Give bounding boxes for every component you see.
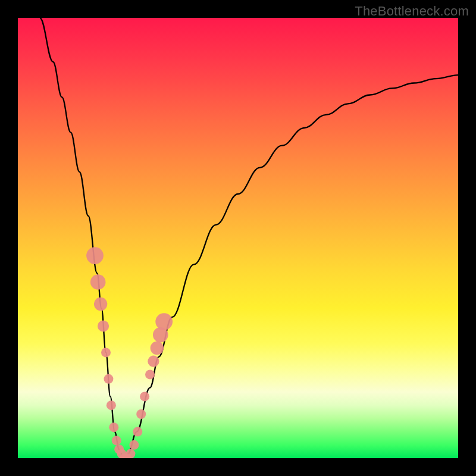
highlight-dot bbox=[86, 247, 104, 264]
highlight-dot bbox=[133, 427, 142, 437]
highlight-dot bbox=[148, 356, 159, 367]
watermark-text: TheBottleneck.com bbox=[355, 4, 469, 19]
highlight-dot bbox=[90, 274, 106, 290]
chart-frame: TheBottleneck.com bbox=[0, 0, 476, 476]
highlight-dot bbox=[145, 369, 155, 379]
highlight-dot bbox=[126, 449, 135, 458]
highlight-dot bbox=[140, 392, 149, 401]
highlight-dot bbox=[109, 422, 118, 432]
highlight-dot bbox=[136, 409, 146, 419]
highlight-dot bbox=[98, 320, 109, 331]
chart-svg bbox=[18, 18, 458, 458]
highlight-dots bbox=[86, 247, 173, 458]
highlight-dot bbox=[129, 440, 139, 450]
highlight-dot bbox=[94, 298, 107, 311]
highlight-dot bbox=[151, 342, 164, 355]
bottleneck-curve bbox=[40, 18, 458, 458]
plot-area bbox=[18, 18, 458, 458]
highlight-dot bbox=[104, 374, 113, 384]
highlight-dot bbox=[112, 436, 121, 445]
highlight-dot bbox=[155, 313, 173, 330]
highlight-dot bbox=[101, 347, 111, 357]
highlight-dot bbox=[107, 400, 116, 410]
